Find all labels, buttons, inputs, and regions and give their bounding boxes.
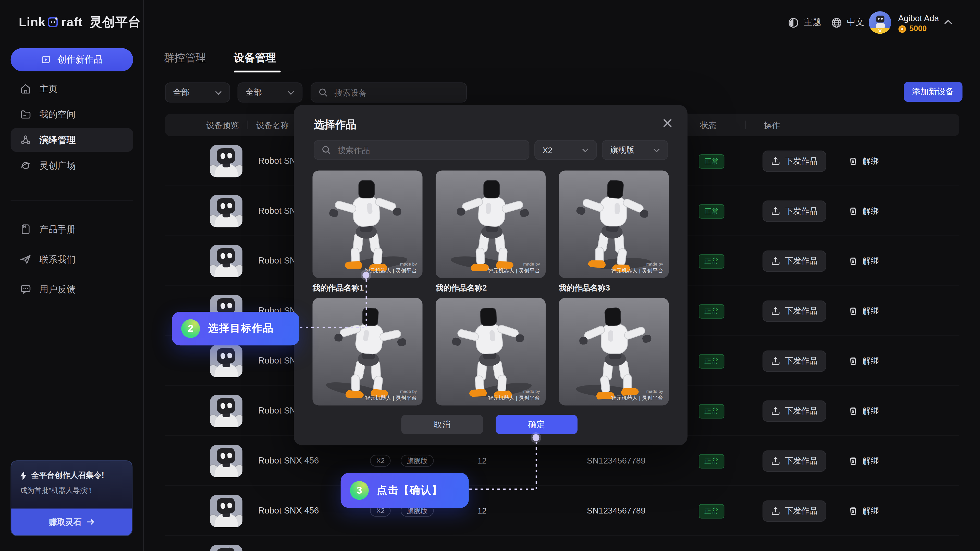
sidebar-item-product-manual[interactable]: 产品手册	[11, 218, 133, 241]
book-icon	[20, 224, 31, 235]
sidebar-divider	[11, 200, 133, 200]
status-badge: 正常	[699, 504, 724, 518]
sidebar-item-home[interactable]: 主页	[11, 77, 133, 100]
status-badge: 正常	[699, 154, 724, 168]
upload-icon	[771, 157, 780, 165]
connector-line	[469, 489, 536, 490]
deploy-work-button[interactable]: 下发作品	[762, 451, 826, 472]
connector-line	[536, 441, 537, 490]
confirm-button[interactable]: 确定	[496, 415, 578, 434]
chevron-down-icon	[653, 148, 660, 152]
logo-text-suffix: raft	[61, 15, 83, 29]
deploy-work-button[interactable]: 下发作品	[762, 500, 826, 522]
connector-line	[366, 279, 367, 328]
device-thumbnail	[210, 245, 242, 277]
deploy-work-button[interactable]: 下发作品	[762, 200, 826, 222]
device-serial: SN1234567789	[587, 506, 646, 516]
select-work-modal: 选择作品 X2 旗舰版 made by 智元机器人 | 灵创平台 我的作品名称1	[294, 105, 687, 445]
unbind-button[interactable]: 解绑	[845, 151, 883, 171]
sidebar: Link raft 灵创平台 创作新作品 主页 我的空间 演绎管理	[0, 0, 144, 551]
deploy-work-button[interactable]: 下发作品	[762, 400, 826, 422]
sidebar-item-plaza[interactable]: 灵创广场	[11, 154, 133, 177]
work-thumbnail: made by 智元机器人 | 灵创平台	[312, 298, 422, 405]
home-icon	[20, 83, 31, 94]
unbind-button[interactable]: 解绑	[845, 200, 883, 222]
table-row	[165, 536, 959, 551]
onboarding-step-2: 2 选择目标作品	[172, 312, 299, 345]
work-thumbnail: made by 智元机器人 | 灵创平台	[436, 171, 546, 278]
trash-icon	[849, 457, 858, 465]
unbind-button[interactable]: 解绑	[845, 500, 883, 522]
work-title: 我的作品名称3	[558, 283, 669, 294]
sidebar-item-contact-us[interactable]: 联系我们	[11, 248, 133, 271]
close-icon[interactable]	[662, 118, 675, 130]
create-new-work-button[interactable]: 创作新作品	[11, 48, 133, 71]
unbind-button[interactable]: 解绑	[845, 400, 883, 422]
logo-text-cn: 灵创平台	[89, 14, 141, 30]
watermark: made by 智元机器人 | 灵创平台	[365, 261, 417, 274]
sidebar-item-user-feedback[interactable]: 用户反馈	[11, 277, 133, 301]
onboarding-step-3: 3 点击【确认】	[341, 473, 469, 508]
work-thumbnail: made by 智元机器人 | 灵创平台	[436, 298, 546, 405]
planet-icon	[20, 160, 31, 171]
status-badge: 正常	[699, 354, 724, 368]
connector-dot-confirm	[533, 434, 539, 441]
deploy-work-button[interactable]: 下发作品	[762, 351, 826, 372]
unbind-button[interactable]: 解绑	[845, 251, 883, 272]
lightning-icon	[20, 471, 27, 481]
deploy-work-button[interactable]: 下发作品	[762, 151, 826, 171]
status-badge: 正常	[699, 204, 724, 219]
device-thumbnail	[210, 345, 242, 377]
app-window: Link raft 灵创平台 创作新作品 主页 我的空间 演绎管理	[0, 0, 980, 551]
deploy-work-button[interactable]: 下发作品	[762, 300, 826, 322]
deploy-work-button[interactable]: 下发作品	[762, 251, 826, 272]
upload-icon	[771, 357, 780, 365]
upload-icon	[771, 407, 780, 415]
watermark: made by 智元机器人 | 灵创平台	[611, 261, 663, 274]
search-icon	[322, 146, 331, 154]
device-thumbnail	[210, 395, 242, 427]
earn-gems-button[interactable]: 赚取灵石	[11, 508, 132, 535]
work-card[interactable]: made by 智元机器人 | 灵创平台 我的作品名称3	[558, 171, 669, 294]
unbind-button[interactable]: 解绑	[845, 451, 883, 472]
watermark: made by 智元机器人 | 灵创平台	[365, 389, 417, 402]
watermark: made by 智元机器人 | 灵创平台	[488, 261, 540, 274]
status-badge: 正常	[699, 404, 724, 418]
work-card[interactable]: made by 智元机器人 | 灵创平台	[436, 298, 546, 405]
trash-icon	[849, 407, 858, 415]
trash-icon	[849, 306, 858, 315]
version-filter-select[interactable]: 旗舰版	[602, 140, 668, 160]
model-filter-select[interactable]: X2	[535, 140, 597, 160]
upload-icon	[771, 507, 780, 515]
cancel-button[interactable]: 取消	[401, 415, 483, 434]
work-title: 我的作品名称1	[312, 283, 422, 294]
device-thumbnail	[210, 545, 242, 551]
work-thumbnail: made by 智元机器人 | 灵创平台	[558, 298, 669, 405]
step-number: 2	[181, 319, 200, 338]
table-row: Robot SNX 456 X2 旗舰版 12 SN1234567789 正常 …	[165, 486, 959, 536]
promo-subtitle: 成为首批"机器人导演"!	[20, 486, 132, 495]
work-card[interactable]: made by 智元机器人 | 灵创平台	[312, 298, 422, 405]
sidebar-item-performance-management[interactable]: 演绎管理	[11, 128, 133, 152]
promo-title: 全平台创作人召集令!	[31, 470, 104, 481]
step-label: 选择目标作品	[208, 322, 274, 335]
sidebar-item-my-space[interactable]: 我的空间	[11, 103, 133, 126]
work-search	[313, 140, 529, 160]
status-badge: 正常	[699, 254, 724, 268]
unbind-button[interactable]: 解绑	[845, 351, 883, 372]
arrow-right-icon	[86, 519, 94, 526]
chevron-down-icon	[582, 148, 589, 152]
work-search-input[interactable]	[336, 144, 522, 156]
modal-title: 选择作品	[313, 118, 356, 132]
nodes-icon	[20, 135, 31, 146]
device-count: 12	[477, 456, 487, 465]
device-count: 12	[477, 506, 487, 516]
work-card[interactable]: made by 智元机器人 | 灵创平台	[558, 298, 669, 405]
device-version-pill: 旗舰版	[401, 455, 434, 467]
unbind-button[interactable]: 解绑	[845, 300, 883, 322]
work-card[interactable]: made by 智元机器人 | 灵创平台 我的作品名称2	[436, 171, 546, 294]
step-label: 点击【确认】	[377, 484, 442, 497]
device-thumbnail	[210, 445, 242, 477]
brand-logo: Link raft 灵创平台	[19, 14, 141, 30]
logo-face-icon	[48, 16, 59, 28]
